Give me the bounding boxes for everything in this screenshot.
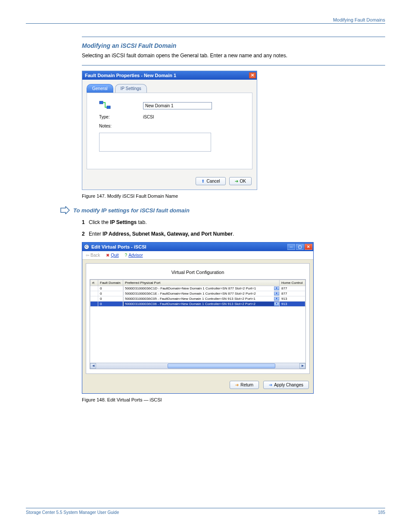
- table-row-selected[interactable]: 0 5000D31000036C06 - FaultDomain=New Dom…: [90, 301, 305, 306]
- cell-home-controller: 913: [280, 301, 305, 306]
- fault-domain-properties-dialog: Fault Domain Properties - New Domain 1 ✕…: [82, 71, 257, 190]
- network-icon: [99, 101, 111, 109]
- quit-label: Quit: [111, 253, 118, 258]
- divider: [82, 37, 385, 37]
- cancel-button[interactable]: ⬆ Cancel: [196, 177, 225, 185]
- table-row[interactable]: 0 5000D31000036C1D - FaultDomain=New Dom…: [90, 286, 305, 291]
- divider: [82, 65, 385, 65]
- ok-button[interactable]: ➔ OK: [229, 177, 252, 185]
- return-label: Return: [240, 383, 253, 387]
- dialog-titlebar[interactable]: C Edit Virtual Ports - iSCSI ─ ▢ ✕: [82, 243, 313, 251]
- figure-caption-148: Figure 148. Edit Virtual Ports — iSCSI: [82, 397, 385, 402]
- horizontal-scrollbar[interactable]: ◀ ▶: [90, 363, 305, 369]
- notes-label: Notes:: [99, 124, 138, 128]
- step-number: 2: [82, 231, 87, 237]
- step-bold: IP Address, Subnet Mask, Gateway, and Po…: [103, 231, 233, 237]
- cell-fault-domain: 0: [98, 291, 123, 296]
- step-text: tab.: [137, 219, 146, 225]
- cell-fault-domain: 0: [98, 286, 123, 291]
- svg-rect-1: [107, 106, 110, 109]
- cell-fault-domain: 0: [98, 301, 123, 306]
- section-heading-ip-settings: To modify IP settings for iSCSI fault do…: [73, 207, 190, 214]
- advisor-label: Advisor: [128, 253, 143, 258]
- select-value: 5000D31000036C1D - FaultDomain=New Domai…: [123, 286, 274, 290]
- section-heading-modify: Modifying an iSCSI Fault Domain: [82, 42, 385, 49]
- figure-caption-147: Figure 147. Modify iSCSI Fault Domain Na…: [82, 193, 385, 199]
- edit-virtual-ports-dialog: C Edit Virtual Ports - iSCSI ─ ▢ ✕ ⇦ Bac…: [82, 242, 314, 394]
- chevron-down-icon[interactable]: ▼: [274, 292, 279, 296]
- footer-doc-title: Storage Center 5.5 System Manager User G…: [26, 510, 119, 515]
- dialog-titlebar[interactable]: Fault Domain Properties - New Domain 1 ✕: [82, 71, 257, 80]
- step-text: Enter: [89, 231, 103, 237]
- right-arrow-icon: ➔: [269, 383, 272, 387]
- step-number: 1: [82, 219, 87, 225]
- cell-home-controller: 877: [280, 286, 305, 291]
- type-label: Type:: [99, 115, 138, 119]
- preferred-port-select[interactable]: 5000D31000036C05 - FaultDomain=New Domai…: [123, 297, 279, 301]
- dialog-title: Edit Virtual Ports - iSCSI: [91, 244, 146, 249]
- back-button: ⇦ Back: [86, 253, 100, 258]
- app-logo-icon: C: [84, 244, 89, 249]
- cell-fault-domain: 0: [98, 296, 123, 301]
- footer-page-number: 185: [378, 510, 385, 515]
- table-row[interactable]: 0 5000D31000036C1E - FaultDomain=New Dom…: [90, 291, 305, 296]
- tab-general[interactable]: General: [87, 84, 113, 93]
- scroll-right-icon[interactable]: ▶: [299, 363, 305, 369]
- type-value: iSCSI: [143, 115, 154, 119]
- ok-label: OK: [240, 179, 246, 184]
- col-header-home-controller[interactable]: Home Control: [280, 280, 305, 286]
- scroll-thumb[interactable]: [168, 364, 275, 368]
- quit-button[interactable]: ✖ Quit: [106, 253, 118, 258]
- body-paragraph: Selecting an iSCSI fault domain opens th…: [82, 52, 385, 60]
- close-button[interactable]: ✕: [305, 244, 312, 250]
- section-breadcrumb: Modifying Fault Domains: [26, 17, 385, 24]
- virtual-ports-table: rt Fault Domain Preferred Physical Port …: [90, 279, 306, 369]
- up-arrow-icon: ⬆: [201, 179, 205, 184]
- back-arrow-icon: ⇦: [86, 253, 89, 258]
- tab-ip-settings[interactable]: IP Settings: [115, 84, 147, 93]
- svg-rect-0: [100, 101, 103, 104]
- col-header-rt[interactable]: rt: [90, 280, 98, 286]
- cell-home-controller: 877: [280, 291, 305, 296]
- preferred-port-select[interactable]: 5000D31000036C1E - FaultDomain=New Domai…: [123, 292, 279, 296]
- right-arrow-icon: ➔: [235, 179, 238, 184]
- close-icon: ✖: [106, 253, 109, 258]
- step-text: Click the: [89, 219, 110, 225]
- return-button[interactable]: ➔ Return: [230, 381, 259, 389]
- apply-label: Apply Changes: [274, 383, 303, 387]
- table-row[interactable]: 0 5000D31000036C05 - FaultDomain=New Dom…: [90, 296, 305, 301]
- step-1: 1 Click the IP Settings tab.: [82, 218, 385, 227]
- name-field[interactable]: [143, 102, 212, 109]
- select-value: 5000D31000036C1E - FaultDomain=New Domai…: [123, 292, 274, 296]
- cancel-label: Cancel: [206, 179, 220, 184]
- step-bold: IP Settings: [110, 219, 137, 225]
- step-2: 2 Enter IP Address, Subnet Mask, Gateway…: [82, 230, 385, 238]
- minimize-button[interactable]: ─: [287, 244, 295, 250]
- right-arrow-icon: ➔: [235, 383, 239, 387]
- procedure-arrow-icon: [60, 206, 70, 214]
- maximize-button[interactable]: ▢: [296, 244, 304, 250]
- col-header-fault-domain[interactable]: Fault Domain: [98, 280, 123, 286]
- cell-home-controller: 913: [280, 296, 305, 301]
- preferred-port-select[interactable]: 5000D31000036C1D - FaultDomain=New Domai…: [123, 286, 279, 290]
- select-value: 5000D31000036C05 - FaultDomain=New Domai…: [123, 297, 274, 301]
- dialog-title: Fault Domain Properties - New Domain 1: [85, 73, 176, 78]
- chevron-down-icon[interactable]: ▼: [274, 286, 279, 290]
- select-value: 5000D31000036C06 - FaultDomain=New Domai…: [123, 302, 274, 306]
- help-icon: ?: [125, 253, 128, 258]
- preferred-port-select[interactable]: 5000D31000036C06 - FaultDomain=New Domai…: [123, 302, 279, 306]
- close-icon[interactable]: ✕: [249, 72, 256, 78]
- step-text: .: [233, 231, 234, 237]
- chevron-down-icon[interactable]: ▼: [274, 297, 279, 301]
- scroll-left-icon[interactable]: ◀: [90, 363, 96, 369]
- apply-changes-button[interactable]: ➔ Apply Changes: [263, 381, 309, 389]
- back-label: Back: [90, 253, 100, 258]
- col-header-preferred-port[interactable]: Preferred Physical Port: [123, 280, 280, 286]
- advisor-button[interactable]: ? Advisor: [125, 253, 143, 258]
- notes-field[interactable]: [99, 133, 211, 152]
- chevron-down-icon[interactable]: ▼: [274, 302, 279, 306]
- panel-heading: Virtual Port Configuration: [90, 267, 306, 279]
- grid-empty-area: [90, 307, 305, 363]
